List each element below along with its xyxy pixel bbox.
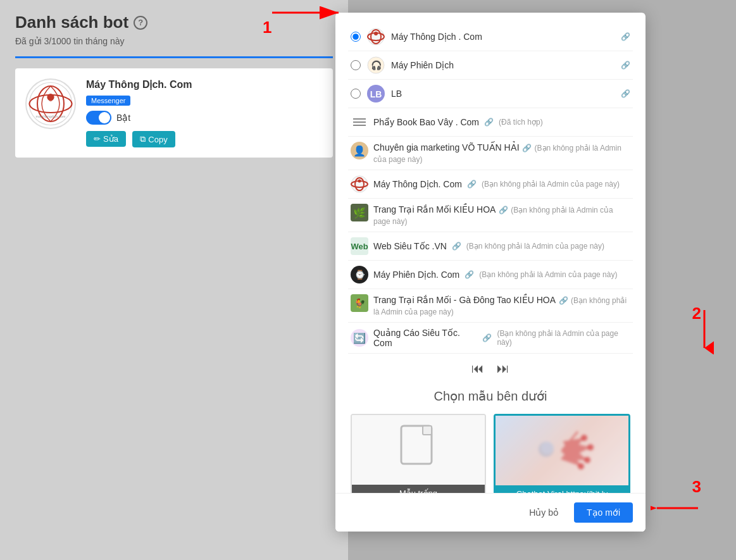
template-card-img-blank xyxy=(352,415,485,485)
copy-icon: ⧉ xyxy=(140,134,146,144)
page-name-1: Máy Thông Dịch . Com xyxy=(391,32,614,42)
edit-button[interactable]: ✏ Sửa xyxy=(86,131,126,147)
modal-footer: Hủy bỏ Tạo mới xyxy=(335,493,646,532)
page-icon-3: LB xyxy=(367,85,385,103)
subtitle: Đã gửi 3/1000 tin tháng này xyxy=(15,36,333,46)
svg-point-21 xyxy=(358,180,361,183)
page-name-10: Trang Trại Rắn Mối - Gà Đông Tao KIỀU HO… xyxy=(373,295,556,305)
template-card-blank[interactable]: Mẫu trống xyxy=(351,414,486,493)
page-note-4: (Đã tích hợp) xyxy=(499,118,543,127)
page-note-11: (Bạn không phải là Admin của page này) xyxy=(497,329,630,347)
viral-arrows xyxy=(521,425,603,476)
bot-logo: maythongdich.com xyxy=(25,78,76,129)
radio-item-3[interactable]: LB LB 🔗 xyxy=(348,80,633,108)
svg-point-28 xyxy=(587,444,594,451)
separator-item-4: Phẩy Book Bao Vây . Com 🔗 (Đã tích hợp) xyxy=(348,108,633,137)
svg-point-7 xyxy=(368,28,384,45)
arrow-down-2 xyxy=(695,310,714,354)
svg-text:LB: LB xyxy=(370,89,382,99)
external-link-8[interactable]: 🔗 xyxy=(452,242,461,251)
bot-info: Máy Thông Dịch. Com Messenger Bật ✏ Sửa … xyxy=(86,78,323,147)
external-link-3[interactable]: 🔗 xyxy=(621,89,630,98)
page-name-8: Web Siêu Tốc .VN xyxy=(373,241,447,251)
svg-point-10 xyxy=(374,32,378,35)
svg-point-0 xyxy=(29,82,72,125)
svg-point-30 xyxy=(578,463,584,470)
svg-point-26 xyxy=(541,442,554,454)
template-card-label-viral: Chatbot Viral https://bit.ly xyxy=(496,485,628,493)
external-link-2[interactable]: 🔗 xyxy=(621,61,630,70)
radio-item-2[interactable]: 🎧 Máy Phiên Dịch 🔗 xyxy=(348,51,633,80)
external-link-11[interactable]: 🔗 xyxy=(482,333,492,342)
separator-item-10: 🐓 Trang Trại Rắn Mối - Gà Đông Tao KIỀU … xyxy=(348,289,633,323)
page-name-3: LB xyxy=(391,89,614,99)
action-buttons: ✏ Sửa ⧉ Copy xyxy=(86,131,323,147)
template-grid: Mẫu trống xyxy=(351,414,630,493)
help-icon[interactable]: ? xyxy=(134,16,147,30)
page-title-text: Danh sách bot xyxy=(15,13,128,32)
page-name-5: Chuyên gia marketing VÕ TUẤN HẢI xyxy=(373,142,520,152)
svg-point-27 xyxy=(581,435,587,441)
separator-item-8: Web Web Siêu Tốc .VN 🔗 (Bạn không phải l… xyxy=(348,232,633,261)
page-name-2: Máy Phiên Dịch xyxy=(391,60,614,70)
create-button[interactable]: Tạo mới xyxy=(574,502,633,523)
arrow-left-3 xyxy=(651,499,701,518)
copy-button[interactable]: ⧉ Copy xyxy=(132,131,175,147)
svg-rect-23 xyxy=(423,426,432,435)
messenger-badge: Messenger xyxy=(86,96,130,106)
page-icon-2: 🎧 xyxy=(367,56,385,74)
blue-separator xyxy=(15,56,333,58)
separator-item-7: 🌿 Trang Trại Rắn Mối KIỀU HOA 🔗 (Bạn khô… xyxy=(348,199,633,232)
template-section-title: Chọn mẫu bên dưới xyxy=(351,389,630,404)
separator-item-11: 🔄 Quảng Cáo Siêu Tốc. Com 🔗 (Bạn không p… xyxy=(348,323,633,354)
toggle-row: Bật xyxy=(86,111,323,125)
separator-item-9: ⌚ Máy Phiên Dịch. Com 🔗 (Bạn không phải … xyxy=(348,261,633,289)
bot-name: Máy Thông Dịch. Com xyxy=(86,78,323,90)
modal: Máy Thông Dịch . Com 🔗 🎧 Máy Phiên Dịch … xyxy=(335,13,646,532)
cancel-button[interactable]: Hủy bỏ xyxy=(521,504,566,521)
template-card-label-blank: Mẫu trống xyxy=(352,485,485,493)
svg-text:maythongdich.com: maythongdich.com xyxy=(36,115,66,118)
bot-card: maythongdich.com Máy Thông Dịch. Com Mes… xyxy=(15,68,333,158)
external-link-6[interactable]: 🔗 xyxy=(467,180,477,189)
page-name-6: Máy Thông Dịch. Com xyxy=(373,179,462,189)
radio-item-1[interactable]: Máy Thông Dịch . Com 🔗 xyxy=(348,23,633,51)
template-section: Chọn mẫu bên dưới Mẫu trống xyxy=(348,383,633,493)
step-3-label: 3 xyxy=(692,477,701,497)
bot-toggle[interactable] xyxy=(86,111,111,125)
radio-3[interactable] xyxy=(351,89,361,99)
separator-item-6: Máy Thông Dịch. Com 🔗 (Bạn không phải là… xyxy=(348,170,633,199)
step-1-label: 1 xyxy=(263,18,271,37)
page-name-11: Quảng Cáo Siêu Tốc. Com xyxy=(373,328,477,348)
external-link-9[interactable]: 🔗 xyxy=(465,270,474,279)
template-card-viral[interactable]: Chatbot Viral https://bit.ly xyxy=(494,414,630,493)
external-link-5[interactable]: 🔗 xyxy=(522,144,532,152)
edit-icon: ✏ xyxy=(94,134,101,144)
page-name-9: Máy Phiên Dịch. Com xyxy=(373,270,459,280)
radio-1[interactable] xyxy=(351,32,361,42)
svg-point-29 xyxy=(584,457,590,463)
external-link-10[interactable]: 🔗 xyxy=(559,296,568,305)
toggle-label: Bật xyxy=(116,113,130,123)
separator-item-5: 👤 Chuyên gia marketing VÕ TUẤN HẢI 🔗 (Bạ… xyxy=(348,137,633,170)
external-link-7[interactable]: 🔗 xyxy=(499,206,508,215)
left-panel: Danh sách bot ? Đã gửi 3/1000 tin tháng … xyxy=(0,0,348,560)
page-name-7: Trang Trại Rắn Mối KIỀU HOA xyxy=(373,204,496,215)
page-note-9: (Bạn không phải là Admin của page này) xyxy=(479,270,617,279)
page-icon-1 xyxy=(367,28,385,46)
prev-arrow[interactable]: ⏮ xyxy=(471,361,484,376)
svg-text:🎧: 🎧 xyxy=(371,60,382,71)
page-note-8: (Bạn không phải là Admin của page này) xyxy=(466,242,604,251)
external-link-4[interactable]: 🔗 xyxy=(484,118,494,127)
svg-point-25 xyxy=(539,442,554,457)
modal-body: Máy Thông Dịch . Com 🔗 🎧 Máy Phiên Dịch … xyxy=(335,13,646,493)
template-card-img-viral xyxy=(496,416,628,485)
nav-arrows: ⏮ ⏭ xyxy=(348,354,633,383)
radio-2[interactable] xyxy=(351,60,361,70)
arrow-to-modal xyxy=(272,3,348,22)
page-name-4: Phẩy Book Bao Vây . Com xyxy=(373,117,479,127)
external-link-1[interactable]: 🔗 xyxy=(621,32,630,41)
doc-icon xyxy=(396,425,440,475)
page-note-6: (Bạn không phải là Admin của page này) xyxy=(482,180,620,189)
next-arrow[interactable]: ⏭ xyxy=(497,361,509,376)
